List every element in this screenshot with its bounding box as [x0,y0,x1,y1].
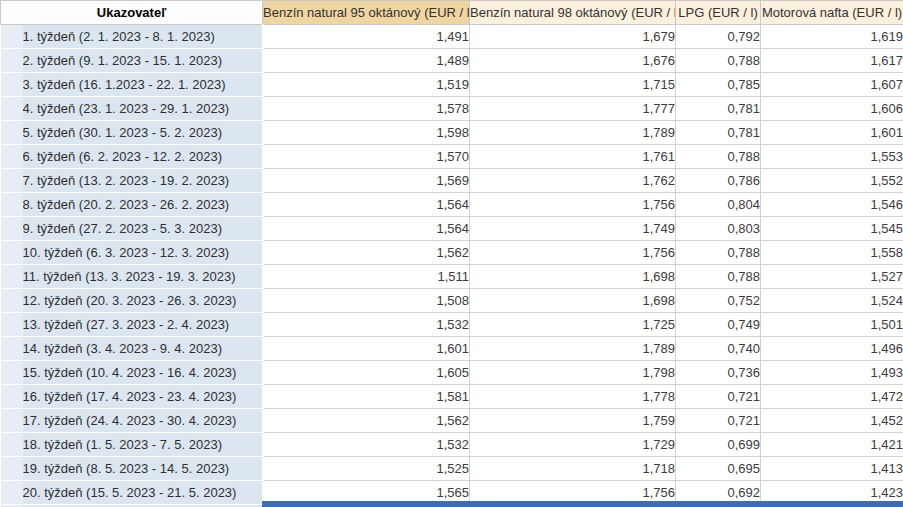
table-row: 16. týždeň (17. 4. 2023 - 23. 4. 2023)1,… [1,385,903,409]
table-row: 5. týždeň (30. 1. 2023 - 5. 2. 2023)1,59… [1,121,903,145]
table-row: 9. týždeň (27. 2. 2023 - 5. 3. 2023)1,56… [1,217,903,241]
value-cell: 1,413 [761,457,903,481]
value-cell: 1,496 [761,337,903,361]
row-indent-cell [1,481,23,505]
value-cell: 0,792 [676,25,761,49]
value-cell: 0,803 [676,217,761,241]
value-cell: 1,789 [470,121,676,145]
value-cell: 1,546 [761,193,903,217]
value-cell: 1,605 [263,361,470,385]
value-cell: 1,564 [263,193,470,217]
row-indent-cell [1,73,23,97]
row-label: 4. týždeň (23. 1. 2023 - 29. 1. 2023) [23,97,263,121]
row-label: 20. týždeň (15. 5. 2023 - 21. 5. 2023) [23,481,263,505]
value-cell: 1,698 [470,265,676,289]
row-indent-cell [1,169,23,193]
table-row: 11. týždeň (13. 3. 2023 - 19. 3. 2023)1,… [1,265,903,289]
row-indent-cell [1,217,23,241]
value-cell: 1,778 [470,385,676,409]
column-header[interactable]: Benzín natural 98 oktánový (EUR / l) [470,1,676,25]
row-label: 18. týždeň (1. 5. 2023 - 7. 5. 2023) [23,433,263,457]
row-label: 1. týždeň (2. 1. 2023 - 8. 1. 2023) [23,25,263,49]
value-cell: 0,721 [676,385,761,409]
value-cell: 1,564 [263,217,470,241]
value-cell: 0,786 [676,169,761,193]
row-label: 9. týždeň (27. 2. 2023 - 5. 3. 2023) [23,217,263,241]
row-label: 19. týždeň (8. 5. 2023 - 14. 5. 2023) [23,457,263,481]
value-cell: 1,789 [470,337,676,361]
table-row: 15. týždeň (10. 4. 2023 - 16. 4. 2023)1,… [1,361,903,385]
table-row: 1. týždeň (2. 1. 2023 - 8. 1. 2023)1,491… [1,25,903,49]
value-cell: 1,759 [470,409,676,433]
value-cell: 1,679 [470,25,676,49]
value-cell: 1,421 [761,433,903,457]
table-row: 12. týždeň (20. 3. 2023 - 26. 3. 2023)1,… [1,289,903,313]
row-label: 13. týždeň (27. 3. 2023 - 2. 4. 2023) [23,313,263,337]
row-label: 7. týždeň (13. 2. 2023 - 19. 2. 2023) [23,169,263,193]
row-label: 17. týždeň (24. 4. 2023 - 30. 4. 2023) [23,409,263,433]
fuel-price-table-widget: Ukazovateľ Benzín natural 95 oktánový (E… [0,0,903,507]
value-cell: 1,617 [761,49,903,73]
row-label: 16. týždeň (17. 4. 2023 - 23. 4. 2023) [23,385,263,409]
value-cell: 1,598 [263,121,470,145]
row-label: 10. týždeň (6. 3. 2023 - 12. 3. 2023) [23,241,263,265]
row-indent-cell [1,193,23,217]
row-label: 6. týždeň (6. 2. 2023 - 12. 2. 2023) [23,145,263,169]
value-cell: 0,699 [676,433,761,457]
table-row: 7. týždeň (13. 2. 2023 - 19. 2. 2023)1,5… [1,169,903,193]
value-cell: 0,736 [676,361,761,385]
value-cell: 0,781 [676,121,761,145]
value-cell: 1,756 [470,241,676,265]
row-indent-cell [1,145,23,169]
value-cell: 0,695 [676,457,761,481]
value-cell: 1,558 [761,241,903,265]
table-row: 4. týždeň (23. 1. 2023 - 29. 1. 2023)1,5… [1,97,903,121]
row-label: 3. týždeň (16. 1.2023 - 22. 1. 2023) [23,73,263,97]
value-cell: 1,452 [761,409,903,433]
table-row: 19. týždeň (8. 5. 2023 - 14. 5. 2023)1,5… [1,457,903,481]
column-header[interactable]: LPG (EUR / l) [676,1,761,25]
value-cell: 0,788 [676,265,761,289]
table-row: 6. týždeň (6. 2. 2023 - 12. 2. 2023)1,57… [1,145,903,169]
value-cell: 1,562 [263,241,470,265]
table-row: 18. týždeň (1. 5. 2023 - 7. 5. 2023)1,53… [1,433,903,457]
value-cell: 1,715 [470,73,676,97]
row-label: 2. týždeň (9. 1. 2023 - 15. 1. 2023) [23,49,263,73]
value-cell: 1,552 [761,169,903,193]
column-header[interactable]: Motorová nafta (EUR / l) [761,1,903,25]
table-header-row: Ukazovateľ Benzín natural 95 oktánový (E… [1,1,903,25]
value-cell: 1,472 [761,385,903,409]
row-indent-cell [1,121,23,145]
value-cell: 1,607 [761,73,903,97]
row-label: 5. týždeň (30. 1. 2023 - 5. 2. 2023) [23,121,263,145]
value-cell: 0,721 [676,409,761,433]
value-cell: 0,749 [676,313,761,337]
column-header[interactable]: Benzín natural 95 oktánový (EUR / l) [263,1,470,25]
row-label: 14. týždeň (3. 4. 2023 - 9. 4. 2023) [23,337,263,361]
row-indent-cell [1,361,23,385]
value-cell: 1,619 [761,25,903,49]
horizontal-scrollbar-thumb[interactable] [262,501,903,507]
value-cell: 0,804 [676,193,761,217]
value-cell: 1,570 [263,145,470,169]
value-cell: 1,532 [263,433,470,457]
table-row: 17. týždeň (24. 4. 2023 - 30. 4. 2023)1,… [1,409,903,433]
value-cell: 0,788 [676,49,761,73]
table-row: 10. týždeň (6. 3. 2023 - 12. 3. 2023)1,5… [1,241,903,265]
value-cell: 1,508 [263,289,470,313]
value-cell: 1,761 [470,145,676,169]
value-cell: 1,519 [263,73,470,97]
row-indent-cell [1,49,23,73]
row-label: 12. týždeň (20. 3. 2023 - 26. 3. 2023) [23,289,263,313]
value-cell: 1,532 [263,313,470,337]
value-cell: 1,606 [761,97,903,121]
row-label: 8. týždeň (20. 2. 2023 - 26. 2. 2023) [23,193,263,217]
value-cell: 1,527 [761,265,903,289]
value-cell: 1,578 [263,97,470,121]
value-cell: 1,729 [470,433,676,457]
value-cell: 1,725 [470,313,676,337]
value-cell: 1,569 [263,169,470,193]
row-indent-cell [1,337,23,361]
row-indent-cell [1,97,23,121]
row-indent-cell [1,25,23,49]
